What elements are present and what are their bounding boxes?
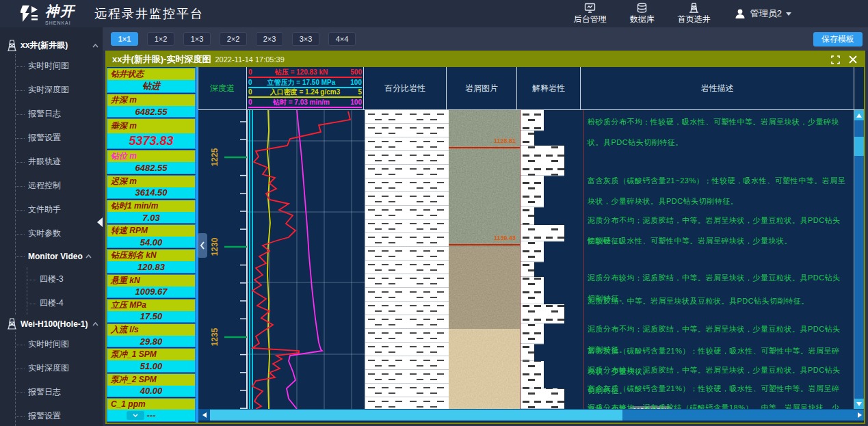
- monitor-icon: [584, 3, 596, 13]
- logo-en: SHENKAI: [45, 21, 75, 25]
- user-avatar-icon: [734, 8, 746, 20]
- brand-logo: 神开 SHENKAI: [0, 2, 75, 25]
- layout-button-2×2[interactable]: 2×2: [220, 32, 247, 46]
- sidebar-item[interactable]: 报警设置: [16, 126, 103, 150]
- param-label: C_1 ppm: [107, 399, 195, 410]
- param-value-text: 3614.50: [135, 187, 168, 198]
- param-value: 1009.67: [107, 287, 195, 297]
- param-box: 泵冲_2 SPM40.00: [107, 373, 196, 397]
- depth-chart-widget: xx井(新井眼)-实时深度图 2022-11-14 17:05:39 钻井状态钻…: [105, 51, 865, 424]
- param-box: 悬重 kN1009.67: [107, 274, 196, 298]
- close-icon[interactable]: [847, 54, 858, 65]
- param-label: 钻位 m: [107, 150, 195, 162]
- well-node[interactable]: Wei-H100(Hole-1): [0, 315, 103, 332]
- param-label: 钻压别名 kN: [107, 250, 195, 261]
- chevron-up-icon[interactable]: [92, 322, 98, 326]
- param-value: 29.80: [107, 336, 195, 347]
- fullscreen-icon[interactable]: [830, 54, 841, 65]
- param-label: 泵冲_2 SPM: [107, 374, 195, 386]
- sidebar-item[interactable]: 文件助手: [16, 198, 103, 222]
- param-value: 7.03: [107, 212, 195, 223]
- param-value: 6482.55: [107, 162, 195, 173]
- sidebar-item[interactable]: 实时时间图: [16, 54, 103, 78]
- vertical-scrollbar[interactable]: [854, 110, 864, 409]
- save-template-button[interactable]: 保存模板: [813, 32, 863, 46]
- interp-litho-track: [520, 110, 584, 409]
- well-name: Wei-H100(Hole-1): [21, 319, 89, 329]
- sidebar-item[interactable]: 实时时间图: [16, 332, 103, 356]
- scroll-up-icon[interactable]: [854, 110, 864, 120]
- param-value: 钻进: [107, 80, 195, 92]
- param-box: 转速 RPM54.00: [107, 224, 196, 248]
- sidebar-item[interactable]: 实时深度图: [16, 78, 103, 102]
- litho-description: 性较硬，吸水性、可塑性中等。岩屑呈碎块状，少量块状。: [588, 230, 847, 251]
- curve-min: 0: [248, 79, 252, 87]
- top-header: 神开 SHENKAI 远程录井监控平台 后台管理数据库首页选井 管理员2: [0, 0, 868, 27]
- param-value-text: 29.80: [140, 336, 163, 347]
- layout-toolbar: 1×11×21×32×22×33×34×4 保存模板: [103, 27, 868, 51]
- litho-description: 粉砂质分布不均；性较硬，吸水性、可塑性中等。岩屑呈块状，少量碎块状。具PDC钻头…: [588, 111, 847, 152]
- param-label: 转速 RPM: [107, 225, 195, 237]
- param-value: 5373.83: [107, 133, 195, 148]
- well-name: xx井(新井眼): [21, 40, 89, 51]
- database-icon: [636, 3, 648, 13]
- sidebar-item[interactable]: 报警设置: [16, 404, 103, 426]
- sidebar-item[interactable]: 四楼-3: [27, 267, 103, 291]
- chevron-up-icon[interactable]: [92, 44, 98, 48]
- well-node[interactable]: xx井(新井眼): [0, 37, 103, 54]
- sidebar-collapse-arrow-icon[interactable]: [97, 217, 103, 227]
- chevron-up-icon[interactable]: [86, 254, 92, 258]
- sidebar-item[interactable]: 井眼轨迹: [16, 150, 103, 174]
- shenkai-logo-mark: [21, 4, 40, 23]
- litho-description: 富含灰质（碳酸钙含量21~23%）；性较硬，吸水性、可塑性中等。岩屑呈块状，少量…: [588, 170, 847, 211]
- param-label: 悬重 kN: [107, 275, 195, 287]
- nav-item-derrick[interactable]: 首页选井: [678, 3, 711, 25]
- sidebar-item[interactable]: 报警日志: [16, 102, 103, 126]
- top-nav: 后台管理数据库首页选井 管理员2: [574, 3, 868, 25]
- param-value-text: 54.00: [140, 237, 163, 248]
- param-value: 3614.50: [107, 187, 195, 198]
- app: 神开 SHENKAI 远程录井监控平台 后台管理数据库首页选井 管理员2 xx井…: [0, 0, 868, 426]
- layout-button-3×3[interactable]: 3×3: [292, 32, 319, 46]
- layout-button-1×3[interactable]: 1×3: [183, 32, 211, 46]
- scroll-right-icon[interactable]: [858, 412, 862, 418]
- layout-button-2×3[interactable]: 2×3: [256, 32, 283, 46]
- curve-label: 立管压力 = 17.50 MPa: [267, 79, 336, 87]
- cuttings-photo-header: 岩屑图片: [446, 67, 517, 109]
- param-value-text: 51.00: [140, 361, 163, 371]
- horizontal-scroll-thumb[interactable]: [210, 410, 622, 421]
- svg-text:1235: 1235: [210, 328, 220, 346]
- layout-button-1×1[interactable]: 1×1: [111, 32, 138, 46]
- param-value: 40.00: [107, 386, 195, 397]
- param-value-text: 6482.55: [135, 163, 168, 173]
- curve-max: 100: [350, 79, 362, 87]
- param-value-text: 120.83: [137, 262, 165, 272]
- param-label: 垂深 m: [107, 119, 195, 133]
- sidebar-item[interactable]: 实时参数: [16, 222, 103, 245]
- param-dropdown-icon[interactable]: [127, 411, 144, 420]
- scroll-left-icon[interactable]: [198, 410, 210, 421]
- curve-min: 0: [248, 68, 252, 77]
- layout-button-1×2[interactable]: 1×2: [147, 32, 174, 46]
- sidebar-item[interactable]: 报警日志: [16, 380, 103, 404]
- sidebar-item[interactable]: 四楼-4: [27, 291, 103, 315]
- scroll-down-icon[interactable]: [854, 399, 864, 409]
- layout-button-4×4[interactable]: 4×4: [328, 32, 356, 46]
- well-tree-sidebar: xx井(新井眼)实时时间图实时深度图报警日志报警设置井眼轨迹远程控制文件助手实时…: [0, 27, 103, 426]
- user-menu[interactable]: 管理员2: [734, 8, 791, 20]
- video-group-node[interactable]: Monitor Video: [16, 245, 103, 267]
- param-value: 120.83: [107, 261, 195, 272]
- horizontal-scrollbar[interactable]: [198, 409, 864, 421]
- curve-label: 钻压 = 120.83 kN: [275, 68, 328, 77]
- vertical-scroll-thumb[interactable]: [854, 137, 864, 156]
- nav-item-monitor[interactable]: 后台管理: [574, 3, 607, 25]
- nav-item-database[interactable]: 数据库: [630, 3, 655, 25]
- nav-item-label: 后台管理: [574, 14, 607, 25]
- svg-text:1225: 1225: [210, 148, 220, 166]
- curve-label: 入口密度 = 1.24 g/cm3: [270, 88, 341, 96]
- curve-legend-row: 0立管压力 = 17.50 MPa100: [248, 79, 362, 88]
- sidebar-item[interactable]: 远程控制: [16, 174, 103, 198]
- curve-legend-row: 0钻时 = 7.03 min/m100: [248, 98, 362, 108]
- sidebar-item[interactable]: 实时深度图: [16, 356, 103, 380]
- params-collapse-handle[interactable]: [197, 233, 207, 258]
